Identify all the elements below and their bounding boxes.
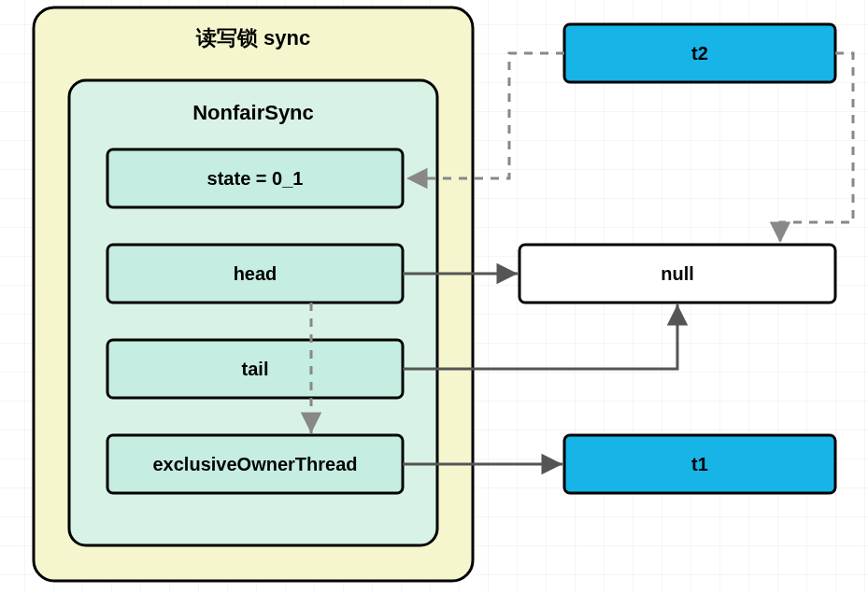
node-t2-label: t2: [691, 43, 708, 64]
field-head-label: head: [234, 263, 277, 284]
inner-title: NonfairSync: [192, 101, 314, 124]
node-null-label: null: [661, 263, 694, 284]
outer-title: 读写锁 sync: [195, 26, 310, 49]
field-state-label: state = 0_1: [207, 168, 304, 189]
field-tail-label: tail: [242, 359, 269, 379]
node-t1-label: t1: [691, 454, 708, 474]
diagram-canvas: 读写锁 sync NonfairSync state = 0_1 head ta…: [0, 0, 868, 593]
field-owner-label: exclusiveOwnerThread: [153, 454, 358, 474]
